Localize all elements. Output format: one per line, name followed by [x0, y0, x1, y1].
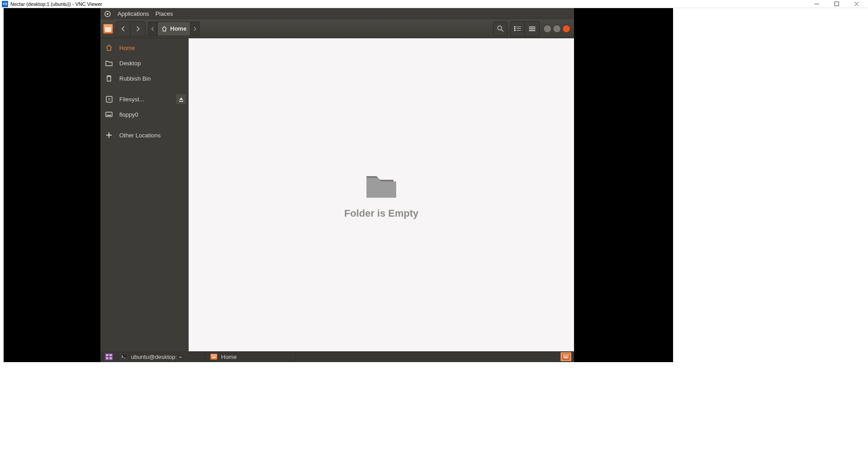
svg-rect-27 [109, 357, 112, 359]
window-maximize-button[interactable] [553, 25, 561, 33]
svg-rect-9 [516, 27, 521, 27]
trash-icon [105, 75, 113, 82]
sidebar-item-label: Desktop [119, 60, 141, 67]
disk-icon [105, 96, 113, 103]
sidebar-item-label: Other Locations [119, 132, 161, 139]
window-close-button[interactable] [562, 25, 570, 33]
view-toggle-button[interactable] [511, 22, 525, 36]
svg-rect-17 [106, 96, 112, 102]
empty-folder-icon [364, 171, 399, 200]
ubuntu-desktop: Applications Places Home [100, 8, 574, 362]
svg-rect-28 [120, 354, 127, 360]
path-bar: Home [148, 22, 199, 36]
svg-rect-19 [106, 112, 112, 117]
taskbar-item-label: Home [221, 354, 237, 360]
sidebar-item-label: Rubbish Bin [119, 75, 151, 82]
search-icon [497, 25, 504, 32]
sidebar-item-home[interactable]: Home [100, 40, 189, 55]
svg-rect-15 [529, 28, 535, 29]
hamburger-menu-button[interactable] [525, 22, 539, 36]
view-menu-group [510, 21, 540, 36]
system-menu-icon[interactable] [104, 10, 111, 18]
sidebar-item-other-locations[interactable]: Other Locations [100, 127, 189, 143]
breadcrumb-home-label: Home [170, 25, 186, 32]
taskbar-item-files[interactable]: Home [206, 351, 296, 362]
window-controls [542, 25, 571, 33]
terminal-icon [120, 354, 127, 360]
show-desktop-icon [105, 353, 113, 360]
host-window-titlebar: V2 Nectar (desktop:1 (ubuntu)) - VNC Vie… [0, 0, 868, 8]
svg-rect-26 [106, 357, 108, 359]
file-manager-body: Home Desktop Rubbish Bin [100, 38, 574, 351]
list-view-icon [514, 26, 521, 32]
svg-rect-1 [835, 2, 839, 6]
file-manager-toolbar: Home [100, 19, 574, 38]
svg-rect-10 [514, 28, 515, 29]
path-prev-button[interactable] [148, 22, 157, 36]
breadcrumb-home[interactable]: Home [157, 22, 190, 36]
empty-folder-text: Folder is Empty [344, 208, 418, 219]
places-sidebar: Home Desktop Rubbish Bin [100, 38, 189, 351]
search-button[interactable] [493, 22, 507, 36]
show-desktop-button[interactable] [102, 351, 116, 362]
sidebar-item-filesystem[interactable]: Filesyst... [100, 91, 189, 107]
home-icon [161, 26, 167, 32]
sidebar-item-label: floppy0 [119, 111, 138, 118]
path-next-button[interactable] [190, 22, 199, 36]
back-button[interactable] [116, 22, 131, 36]
file-manager-icon [210, 354, 217, 360]
nav-history-group [116, 21, 145, 36]
svg-rect-8 [514, 26, 515, 27]
sidebar-item-label: Filesyst... [119, 96, 144, 103]
drive-icon [105, 112, 113, 117]
svg-rect-12 [514, 30, 515, 31]
svg-rect-16 [529, 30, 535, 31]
svg-rect-13 [516, 30, 521, 31]
places-menu[interactable]: Places [155, 10, 173, 17]
svg-line-7 [502, 30, 503, 32]
folder-icon [105, 60, 113, 66]
svg-rect-11 [516, 28, 521, 29]
eject-button[interactable] [176, 94, 186, 104]
host-window-title: Nectar (desktop:1 (ubuntu)) - VNC Viewer [10, 1, 102, 7]
applications-menu[interactable]: Applications [118, 10, 149, 17]
plus-icon [105, 132, 113, 138]
folder-content-area[interactable]: Folder is Empty [189, 38, 574, 351]
home-icon [105, 44, 113, 51]
svg-rect-14 [529, 27, 535, 27]
svg-rect-20 [107, 115, 111, 116]
window-minimize-button[interactable] [543, 25, 552, 33]
svg-rect-25 [109, 354, 112, 356]
svg-point-18 [108, 98, 110, 100]
host-minimize-button[interactable] [807, 0, 827, 8]
file-manager-icon [103, 24, 113, 34]
host-close-button[interactable] [846, 0, 866, 8]
taskbar-item-label: ubuntu@desktop: ~ [131, 354, 182, 360]
taskbar-file-manager-launcher[interactable] [561, 352, 571, 361]
forward-button[interactable] [131, 22, 145, 36]
eject-icon [179, 97, 184, 102]
taskbar-item-terminal[interactable]: ubuntu@desktop: ~ [116, 351, 206, 362]
host-maximize-button[interactable] [827, 0, 846, 8]
vnc-remote-frame: Applications Places Home [4, 8, 673, 362]
svg-point-6 [497, 26, 502, 30]
sidebar-item-label: Home [119, 45, 135, 51]
bottom-taskbar: ubuntu@desktop: ~ Home [100, 351, 574, 362]
hamburger-icon [529, 26, 535, 32]
sidebar-item-desktop[interactable]: Desktop [100, 55, 189, 71]
svg-rect-24 [106, 354, 108, 356]
sidebar-item-trash[interactable]: Rubbish Bin [100, 71, 189, 86]
svg-point-5 [107, 13, 108, 15]
file-manager-icon [562, 354, 570, 360]
gnome-top-menubar: Applications Places [100, 8, 574, 19]
vnc-viewer-logo-icon: V2 [2, 1, 8, 7]
sidebar-item-floppy[interactable]: floppy0 [100, 107, 189, 122]
